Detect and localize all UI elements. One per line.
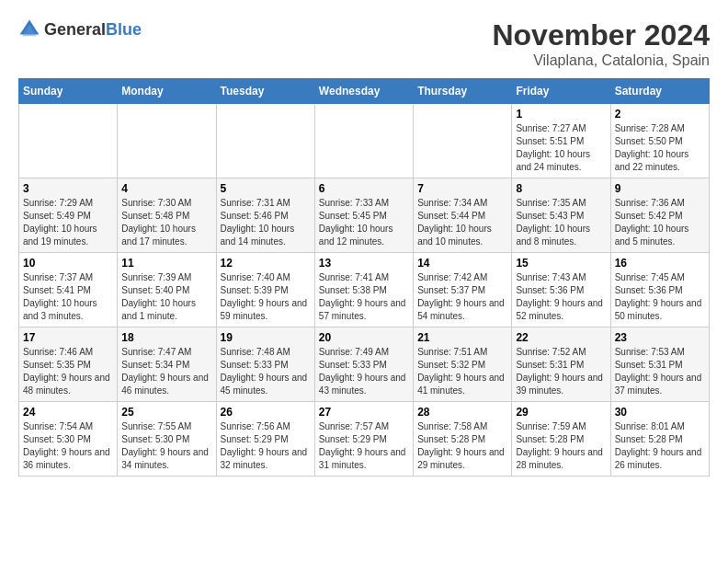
logo-text: GeneralBlue (44, 20, 142, 40)
day-number: 6 (319, 182, 409, 195)
day-number: 9 (615, 182, 705, 195)
header-day-saturday: Saturday (610, 79, 709, 104)
calendar-cell: 7Sunrise: 7:34 AM Sunset: 5:44 PM Daylig… (414, 178, 512, 253)
calendar-cell: 14Sunrise: 7:42 AM Sunset: 5:37 PM Dayli… (414, 253, 512, 327)
day-info: Sunrise: 7:56 AM Sunset: 5:29 PM Dayligh… (221, 420, 311, 472)
day-info: Sunrise: 7:42 AM Sunset: 5:37 PM Dayligh… (417, 271, 507, 323)
calendar-cell: 12Sunrise: 7:40 AM Sunset: 5:39 PM Dayli… (216, 253, 314, 327)
day-number: 22 (516, 331, 606, 344)
calendar-cell: 11Sunrise: 7:39 AM Sunset: 5:40 PM Dayli… (118, 253, 216, 327)
day-number: 30 (615, 406, 705, 419)
day-info: Sunrise: 7:28 AM Sunset: 5:50 PM Dayligh… (615, 122, 705, 174)
day-number: 10 (23, 257, 113, 270)
week-row-0: 1Sunrise: 7:27 AM Sunset: 5:51 PM Daylig… (19, 104, 710, 178)
day-number: 14 (417, 257, 507, 270)
calendar-cell: 25Sunrise: 7:55 AM Sunset: 5:30 PM Dayli… (118, 402, 216, 477)
day-number: 11 (121, 257, 211, 270)
calendar-cell: 13Sunrise: 7:41 AM Sunset: 5:38 PM Dayli… (314, 253, 413, 327)
day-info: Sunrise: 7:29 AM Sunset: 5:49 PM Dayligh… (23, 197, 113, 248)
calendar-cell: 8Sunrise: 7:35 AM Sunset: 5:43 PM Daylig… (512, 178, 610, 253)
day-info: Sunrise: 7:43 AM Sunset: 5:36 PM Dayligh… (516, 271, 606, 323)
day-number: 15 (516, 257, 606, 270)
day-number: 27 (319, 406, 409, 419)
day-number: 26 (221, 406, 311, 419)
calendar-cell (314, 104, 413, 178)
day-number: 2 (615, 108, 705, 121)
day-info: Sunrise: 7:57 AM Sunset: 5:29 PM Dayligh… (319, 420, 409, 472)
day-info: Sunrise: 7:58 AM Sunset: 5:28 PM Dayligh… (417, 420, 507, 472)
day-info: Sunrise: 7:33 AM Sunset: 5:45 PM Dayligh… (319, 197, 409, 248)
header-row: SundayMondayTuesdayWednesdayThursdayFrid… (19, 79, 710, 104)
calendar-cell: 4Sunrise: 7:30 AM Sunset: 5:48 PM Daylig… (118, 178, 216, 253)
week-row-3: 17Sunrise: 7:46 AM Sunset: 5:35 PM Dayli… (19, 327, 710, 402)
calendar-cell (118, 104, 216, 178)
day-number: 7 (417, 182, 507, 195)
location-title: Vilaplana, Catalonia, Spain (492, 52, 710, 69)
month-title: November 2024 (492, 18, 710, 52)
day-info: Sunrise: 7:41 AM Sunset: 5:38 PM Dayligh… (319, 271, 409, 323)
calendar-cell: 28Sunrise: 7:58 AM Sunset: 5:28 PM Dayli… (414, 402, 512, 477)
day-info: Sunrise: 7:36 AM Sunset: 5:42 PM Dayligh… (615, 197, 705, 248)
day-info: Sunrise: 7:46 AM Sunset: 5:35 PM Dayligh… (23, 346, 113, 397)
calendar-cell: 21Sunrise: 7:51 AM Sunset: 5:32 PM Dayli… (414, 327, 512, 402)
calendar-cell (414, 104, 512, 178)
day-info: Sunrise: 7:34 AM Sunset: 5:44 PM Dayligh… (417, 197, 507, 248)
day-number: 13 (319, 257, 409, 270)
calendar-cell: 26Sunrise: 7:56 AM Sunset: 5:29 PM Dayli… (216, 402, 314, 477)
calendar-table: SundayMondayTuesdayWednesdayThursdayFrid… (18, 78, 710, 477)
day-number: 1 (516, 108, 606, 121)
header-day-wednesday: Wednesday (314, 79, 413, 104)
day-info: Sunrise: 7:59 AM Sunset: 5:28 PM Dayligh… (516, 420, 606, 472)
day-info: Sunrise: 7:55 AM Sunset: 5:30 PM Dayligh… (121, 420, 211, 472)
header-day-sunday: Sunday (19, 79, 118, 104)
calendar-cell: 6Sunrise: 7:33 AM Sunset: 5:45 PM Daylig… (314, 178, 413, 253)
day-info: Sunrise: 7:35 AM Sunset: 5:43 PM Dayligh… (516, 197, 606, 248)
calendar-cell: 23Sunrise: 7:53 AM Sunset: 5:31 PM Dayli… (610, 327, 709, 402)
day-info: Sunrise: 7:40 AM Sunset: 5:39 PM Dayligh… (221, 271, 311, 323)
day-number: 19 (221, 331, 311, 344)
header: GeneralBlue November 2024 Vilaplana, Cat… (18, 18, 710, 69)
calendar-cell: 15Sunrise: 7:43 AM Sunset: 5:36 PM Dayli… (512, 253, 610, 327)
day-number: 8 (516, 182, 606, 195)
week-row-2: 10Sunrise: 7:37 AM Sunset: 5:41 PM Dayli… (19, 253, 710, 327)
calendar-cell: 10Sunrise: 7:37 AM Sunset: 5:41 PM Dayli… (19, 253, 118, 327)
calendar-cell: 17Sunrise: 7:46 AM Sunset: 5:35 PM Dayli… (19, 327, 118, 402)
day-number: 20 (319, 331, 409, 344)
week-row-1: 3Sunrise: 7:29 AM Sunset: 5:49 PM Daylig… (19, 178, 710, 253)
logo-icon (18, 18, 40, 40)
day-number: 24 (23, 406, 113, 419)
calendar-cell: 2Sunrise: 7:28 AM Sunset: 5:50 PM Daylig… (610, 104, 709, 178)
header-day-monday: Monday (118, 79, 216, 104)
calendar-cell: 30Sunrise: 8:01 AM Sunset: 5:28 PM Dayli… (610, 402, 709, 477)
day-number: 5 (221, 182, 311, 195)
day-info: Sunrise: 7:30 AM Sunset: 5:48 PM Dayligh… (121, 197, 211, 248)
day-info: Sunrise: 7:47 AM Sunset: 5:34 PM Dayligh… (121, 346, 211, 397)
day-info: Sunrise: 7:39 AM Sunset: 5:40 PM Dayligh… (121, 271, 211, 323)
calendar-cell: 1Sunrise: 7:27 AM Sunset: 5:51 PM Daylig… (512, 104, 610, 178)
day-info: Sunrise: 7:52 AM Sunset: 5:31 PM Dayligh… (516, 346, 606, 397)
calendar-cell: 19Sunrise: 7:48 AM Sunset: 5:33 PM Dayli… (216, 327, 314, 402)
day-number: 23 (615, 331, 705, 344)
header-day-thursday: Thursday (414, 79, 512, 104)
day-number: 29 (516, 406, 606, 419)
day-info: Sunrise: 7:37 AM Sunset: 5:41 PM Dayligh… (23, 271, 113, 323)
calendar-cell: 27Sunrise: 7:57 AM Sunset: 5:29 PM Dayli… (314, 402, 413, 477)
header-day-friday: Friday (512, 79, 610, 104)
calendar-cell: 22Sunrise: 7:52 AM Sunset: 5:31 PM Dayli… (512, 327, 610, 402)
calendar-cell: 18Sunrise: 7:47 AM Sunset: 5:34 PM Dayli… (118, 327, 216, 402)
day-info: Sunrise: 8:01 AM Sunset: 5:28 PM Dayligh… (615, 420, 705, 472)
calendar-cell: 5Sunrise: 7:31 AM Sunset: 5:46 PM Daylig… (216, 178, 314, 253)
day-number: 16 (615, 257, 705, 270)
day-number: 12 (221, 257, 311, 270)
week-row-4: 24Sunrise: 7:54 AM Sunset: 5:30 PM Dayli… (19, 402, 710, 477)
logo-blue: Blue (106, 20, 142, 39)
day-info: Sunrise: 7:48 AM Sunset: 5:33 PM Dayligh… (221, 346, 311, 397)
day-number: 25 (121, 406, 211, 419)
calendar-cell: 3Sunrise: 7:29 AM Sunset: 5:49 PM Daylig… (19, 178, 118, 253)
calendar-cell: 20Sunrise: 7:49 AM Sunset: 5:33 PM Dayli… (314, 327, 413, 402)
calendar-header: SundayMondayTuesdayWednesdayThursdayFrid… (19, 79, 710, 104)
day-info: Sunrise: 7:31 AM Sunset: 5:46 PM Dayligh… (221, 197, 311, 248)
day-info: Sunrise: 7:54 AM Sunset: 5:30 PM Dayligh… (23, 420, 113, 472)
day-info: Sunrise: 7:45 AM Sunset: 5:36 PM Dayligh… (615, 271, 705, 323)
calendar-cell: 9Sunrise: 7:36 AM Sunset: 5:42 PM Daylig… (610, 178, 709, 253)
